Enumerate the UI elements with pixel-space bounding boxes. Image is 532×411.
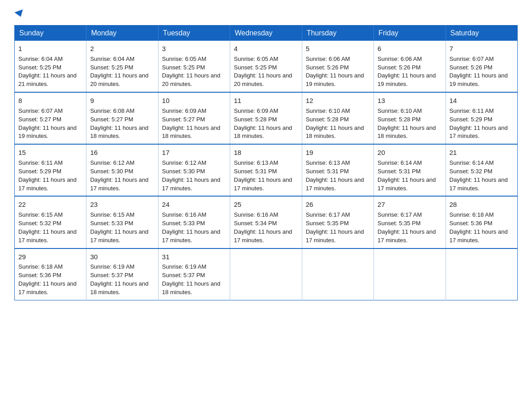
day-number: 19 [306,148,370,158]
calendar-cell: 15Sunrise: 6:11 AMSunset: 5:29 PMDayligh… [15,144,86,196]
day-number: 11 [234,96,298,106]
day-info: Sunrise: 6:07 AMSunset: 5:26 PMDaylight:… [450,56,508,88]
calendar-cell: 29Sunrise: 6:18 AMSunset: 5:36 PMDayligh… [15,248,86,300]
calendar-week-row: 29Sunrise: 6:18 AMSunset: 5:36 PMDayligh… [15,248,518,300]
day-info: Sunrise: 6:13 AMSunset: 5:31 PMDaylight:… [234,159,292,192]
day-info: Sunrise: 6:12 AMSunset: 5:30 PMDaylight:… [90,159,148,192]
day-number: 4 [234,44,298,54]
calendar-cell [230,248,302,300]
day-info: Sunrise: 6:14 AMSunset: 5:32 PMDaylight:… [450,159,508,192]
calendar-week-row: 8Sunrise: 6:07 AMSunset: 5:27 PMDaylight… [15,92,518,144]
column-header-thursday: Thursday [302,26,373,41]
calendar-cell: 23Sunrise: 6:15 AMSunset: 5:33 PMDayligh… [86,196,158,248]
column-header-wednesday: Wednesday [230,26,302,41]
day-number: 30 [90,252,154,262]
calendar-cell [446,248,517,300]
day-info: Sunrise: 6:17 AMSunset: 5:35 PMDaylight:… [306,211,364,244]
calendar-cell: 11Sunrise: 6:09 AMSunset: 5:28 PMDayligh… [230,92,302,144]
calendar-cell: 8Sunrise: 6:07 AMSunset: 5:27 PMDaylight… [15,92,86,144]
calendar-week-row: 1Sunrise: 6:04 AMSunset: 5:25 PMDaylight… [15,41,518,92]
calendar-cell: 7Sunrise: 6:07 AMSunset: 5:26 PMDaylight… [446,41,517,92]
column-header-sunday: Sunday [15,26,86,41]
day-info: Sunrise: 6:04 AMSunset: 5:25 PMDaylight:… [18,56,77,88]
calendar-cell: 28Sunrise: 6:18 AMSunset: 5:36 PMDayligh… [446,196,517,248]
day-info: Sunrise: 6:14 AMSunset: 5:31 PMDaylight:… [378,159,436,192]
logo [14,11,24,17]
calendar-cell: 30Sunrise: 6:19 AMSunset: 5:37 PMDayligh… [86,248,158,300]
day-info: Sunrise: 6:19 AMSunset: 5:37 PMDaylight:… [90,263,148,295]
calendar-cell: 13Sunrise: 6:10 AMSunset: 5:28 PMDayligh… [374,92,446,144]
calendar-cell: 18Sunrise: 6:13 AMSunset: 5:31 PMDayligh… [230,144,302,196]
day-number: 31 [162,252,226,262]
day-number: 2 [90,44,154,54]
day-number: 27 [378,200,442,210]
calendar-cell: 5Sunrise: 6:06 AMSunset: 5:26 PMDaylight… [302,41,373,92]
day-number: 10 [162,96,226,106]
calendar-cell: 26Sunrise: 6:17 AMSunset: 5:35 PMDayligh… [302,196,373,248]
column-header-saturday: Saturday [446,26,517,41]
day-info: Sunrise: 6:12 AMSunset: 5:30 PMDaylight:… [162,159,220,192]
day-info: Sunrise: 6:05 AMSunset: 5:25 PMDaylight:… [234,56,292,88]
day-info: Sunrise: 6:04 AMSunset: 5:25 PMDaylight:… [90,56,148,88]
page-header [14,11,518,17]
day-info: Sunrise: 6:11 AMSunset: 5:29 PMDaylight:… [18,159,77,192]
calendar-table: SundayMondayTuesdayWednesdayThursdayFrid… [14,25,518,300]
calendar-cell: 20Sunrise: 6:14 AMSunset: 5:31 PMDayligh… [374,144,446,196]
calendar-cell: 16Sunrise: 6:12 AMSunset: 5:30 PMDayligh… [86,144,158,196]
day-info: Sunrise: 6:06 AMSunset: 5:26 PMDaylight:… [306,56,364,88]
calendar-header-row: SundayMondayTuesdayWednesdayThursdayFrid… [15,26,518,41]
day-number: 17 [162,148,226,158]
day-info: Sunrise: 6:11 AMSunset: 5:29 PMDaylight:… [450,107,508,140]
day-number: 3 [162,44,226,54]
day-number: 5 [306,44,370,54]
calendar-cell [302,248,373,300]
day-number: 25 [234,200,298,210]
calendar-cell: 19Sunrise: 6:13 AMSunset: 5:31 PMDayligh… [302,144,373,196]
day-info: Sunrise: 6:16 AMSunset: 5:33 PMDaylight:… [162,211,220,244]
day-info: Sunrise: 6:13 AMSunset: 5:31 PMDaylight:… [306,159,364,192]
day-info: Sunrise: 6:09 AMSunset: 5:27 PMDaylight:… [162,107,220,140]
day-number: 14 [450,96,514,106]
calendar-cell: 25Sunrise: 6:16 AMSunset: 5:34 PMDayligh… [230,196,302,248]
day-number: 23 [90,200,154,210]
calendar-cell: 4Sunrise: 6:05 AMSunset: 5:25 PMDaylight… [230,41,302,92]
column-header-tuesday: Tuesday [158,26,230,41]
calendar-cell: 17Sunrise: 6:12 AMSunset: 5:30 PMDayligh… [158,144,230,196]
day-number: 6 [378,44,442,54]
day-number: 28 [450,200,514,210]
day-number: 26 [306,200,370,210]
calendar-cell: 1Sunrise: 6:04 AMSunset: 5:25 PMDaylight… [15,41,86,92]
calendar-cell: 21Sunrise: 6:14 AMSunset: 5:32 PMDayligh… [446,144,517,196]
day-number: 12 [306,96,370,106]
day-number: 7 [450,44,514,54]
day-info: Sunrise: 6:18 AMSunset: 5:36 PMDaylight:… [450,211,508,244]
calendar-cell: 12Sunrise: 6:10 AMSunset: 5:28 PMDayligh… [302,92,373,144]
day-number: 13 [378,96,442,106]
day-info: Sunrise: 6:10 AMSunset: 5:28 PMDaylight:… [378,107,436,140]
day-info: Sunrise: 6:06 AMSunset: 5:26 PMDaylight:… [378,56,436,88]
day-info: Sunrise: 6:15 AMSunset: 5:33 PMDaylight:… [90,211,148,244]
logo-triangle-icon [14,9,25,18]
calendar-cell: 3Sunrise: 6:05 AMSunset: 5:25 PMDaylight… [158,41,230,92]
day-info: Sunrise: 6:09 AMSunset: 5:28 PMDaylight:… [234,107,292,140]
day-number: 16 [90,148,154,158]
day-number: 9 [90,96,154,106]
calendar-week-row: 15Sunrise: 6:11 AMSunset: 5:29 PMDayligh… [15,144,518,196]
day-number: 8 [18,96,82,106]
day-number: 15 [18,148,82,158]
day-number: 24 [162,200,226,210]
calendar-cell: 27Sunrise: 6:17 AMSunset: 5:35 PMDayligh… [374,196,446,248]
day-info: Sunrise: 6:05 AMSunset: 5:25 PMDaylight:… [162,56,220,88]
calendar-cell: 22Sunrise: 6:15 AMSunset: 5:32 PMDayligh… [15,196,86,248]
day-info: Sunrise: 6:10 AMSunset: 5:28 PMDaylight:… [306,107,364,140]
calendar-cell: 14Sunrise: 6:11 AMSunset: 5:29 PMDayligh… [446,92,517,144]
day-info: Sunrise: 6:16 AMSunset: 5:34 PMDaylight:… [234,211,292,244]
calendar-cell: 31Sunrise: 6:19 AMSunset: 5:37 PMDayligh… [158,248,230,300]
calendar-cell [374,248,446,300]
calendar-cell: 10Sunrise: 6:09 AMSunset: 5:27 PMDayligh… [158,92,230,144]
day-number: 18 [234,148,298,158]
day-number: 29 [18,252,82,262]
day-info: Sunrise: 6:19 AMSunset: 5:37 PMDaylight:… [162,263,220,295]
day-info: Sunrise: 6:17 AMSunset: 5:35 PMDaylight:… [378,211,436,244]
calendar-cell: 2Sunrise: 6:04 AMSunset: 5:25 PMDaylight… [86,41,158,92]
